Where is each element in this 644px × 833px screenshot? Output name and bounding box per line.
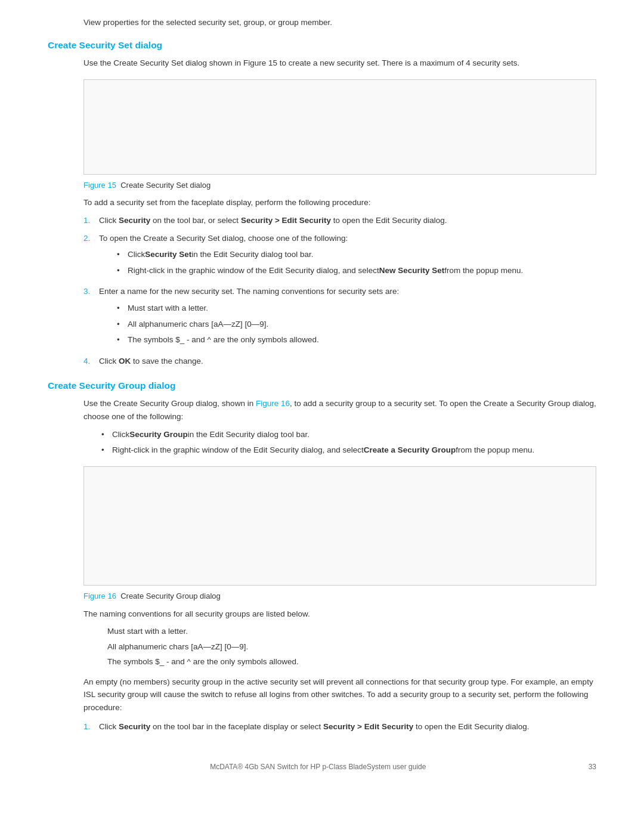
section2-bullets: Click Security Group in the Edit Securit… <box>101 428 596 457</box>
figure15-caption: Figure 15 Create Security Set dialog <box>83 179 596 192</box>
step2-b1-end: in the Edit Security dialog tool bar. <box>191 248 313 261</box>
step3-b2: All alphanumeric chars [aA—zZ] [0—9]. <box>128 318 268 331</box>
section2-body-before: Use the Create Security Group dialog, sh… <box>83 399 256 408</box>
page-footer: McDATA® 4Gb SAN Switch for HP p-Class Bl… <box>48 757 596 771</box>
intro-text: View properties for the selected securit… <box>83 18 596 27</box>
section1-heading: Create Security Set dialog <box>48 40 596 51</box>
step2: 2. To open the Create a Security Set dia… <box>83 232 596 281</box>
step2-num: 2. <box>83 232 97 281</box>
step3-num: 3. <box>83 285 97 349</box>
naming-items: Must start with a letter. All alphanumer… <box>107 625 596 668</box>
step1-bold1: Security <box>119 216 150 225</box>
step1-content: Click Security on the tool bar, or selec… <box>99 214 596 227</box>
step2-bullets: Click Security Set in the Edit Security … <box>117 248 596 277</box>
step2-content: To open the Create a Security Set dialog… <box>99 232 596 281</box>
s2-b2-end: from the popup menu. <box>456 444 534 457</box>
footer-center: McDATA® 4Gb SAN Switch for HP p-Class Bl… <box>210 763 426 771</box>
step3-bullet2: All alphanumeric chars [aA—zZ] [0—9]. <box>117 318 596 331</box>
step3-b1: Must start with a letter. <box>128 302 208 315</box>
section2-bullet2: Right-click in the graphic window of the… <box>101 444 596 457</box>
section1-steps: 1. Click Security on the tool bar, or se… <box>83 214 596 367</box>
step2-b2-before: Right-click in the graphic window of the… <box>128 264 379 277</box>
step2-text-before: To open the Create a Security Set dialog… <box>99 234 348 243</box>
section2-step1: 1. Click Security on the tool bar in the… <box>83 720 596 733</box>
section1-intro: Use the Create Security Set dialog shown… <box>83 57 596 70</box>
step4-num: 4. <box>83 355 97 368</box>
figure16-label: Figure 16 <box>83 592 116 600</box>
naming-intro: The naming conventions for all security … <box>83 608 596 621</box>
final-step-bold1: Security <box>119 722 150 731</box>
step2-bullet2: Right-click in the graphic window of the… <box>117 264 596 277</box>
step3-content: Enter a name for the new security set. T… <box>99 285 596 349</box>
section2-step1-content: Click Security on the tool bar in the fa… <box>99 720 596 733</box>
footer-right: 33 <box>589 763 596 771</box>
step1-num: 1. <box>83 214 97 227</box>
step2-b2-end: from the popup menu. <box>444 264 523 277</box>
final-step-before: Click <box>99 722 119 731</box>
naming-item1: Must start with a letter. <box>107 625 596 638</box>
figure16-placeholder <box>83 466 596 586</box>
step3-bullet3: The symbols $_ - and ^ are the only symb… <box>117 333 596 346</box>
s2-b2-bold: Create a Security Group <box>364 444 456 457</box>
step3-text-before: Enter a name for the new security set. T… <box>99 287 399 296</box>
section2-intro-para: Use the Create Security Group dialog, sh… <box>83 397 596 423</box>
naming-item2: All alphanumeric chars [aA—zZ] [0—9]. <box>107 640 596 654</box>
step4-bold: OK <box>119 357 131 366</box>
figure15-label: Figure 15 <box>83 181 116 190</box>
section1-procedure-intro: To add a security set from the faceplate… <box>83 196 596 209</box>
page-container: View properties for the selected securit… <box>0 0 644 833</box>
section2-step1-num: 1. <box>83 720 97 733</box>
section1-intro-text: Use the Create Security Set dialog shown… <box>83 58 519 67</box>
section1-body: Use the Create Security Set dialog shown… <box>83 57 596 367</box>
step4-content: Click OK to save the change. <box>99 355 596 368</box>
section1: Create Security Set dialog Use the Creat… <box>48 40 596 367</box>
step1-text-mid1: on the tool bar, or select <box>150 216 241 225</box>
figure15-placeholder <box>83 79 596 175</box>
final-step-end: to open the Edit Security dialog. <box>413 722 529 731</box>
step3-b3: The symbols $_ - and ^ are the only symb… <box>128 333 319 346</box>
step4: 4. Click OK to save the change. <box>83 355 596 368</box>
s2-b1-before: Click <box>112 428 129 441</box>
s2-b1-bold: Security Group <box>129 428 188 441</box>
figure15-caption-label: Create Security Set dialog <box>120 181 210 190</box>
step4-text-end: to save the change. <box>131 357 203 366</box>
step1-text-before: Click <box>99 216 119 225</box>
section2: Create Security Group dialog Use the Cre… <box>48 380 596 733</box>
section2-fig-ref: Figure 16 <box>256 399 290 408</box>
step3: 3. Enter a name for the new security set… <box>83 285 596 349</box>
step2-b1-before: Click <box>128 248 145 261</box>
s2-b2-before: Right-click in the graphic window of the… <box>112 444 364 457</box>
step3-bullets: Must start with a letter. All alphanumer… <box>117 302 596 346</box>
section2-body: Use the Create Security Group dialog, sh… <box>83 397 596 733</box>
final-step-bold2: Security > Edit Security <box>323 722 413 731</box>
step2-b1-bold: Security Set <box>145 248 191 261</box>
step1: 1. Click Security on the tool bar, or se… <box>83 214 596 227</box>
section2-heading: Create Security Group dialog <box>48 380 596 391</box>
step2-b2-bold: New Security Set <box>379 264 445 277</box>
step4-text-before: Click <box>99 357 119 366</box>
step1-bold2: Security > Edit Security <box>241 216 331 225</box>
naming-item3: The symbols $_ - and ^ are the only symb… <box>107 655 596 668</box>
warning-text: An empty (no members) security group in … <box>83 676 596 714</box>
section2-bullet1: Click Security Group in the Edit Securit… <box>101 428 596 441</box>
s2-b1-end: in the Edit Security dialog tool bar. <box>188 428 309 441</box>
final-step-mid: on the tool bar in the faceplate display… <box>150 722 323 731</box>
figure16-caption-text: Create Security Group dialog <box>120 592 221 600</box>
step3-bullet1: Must start with a letter. <box>117 302 596 315</box>
section2-steps: 1. Click Security on the tool bar in the… <box>83 720 596 733</box>
figure16-caption: Figure 16 Create Security Group dialog <box>83 590 596 603</box>
step1-text-end: to open the Edit Security dialog. <box>331 216 447 225</box>
step2-bullet1: Click Security Set in the Edit Security … <box>117 248 596 261</box>
